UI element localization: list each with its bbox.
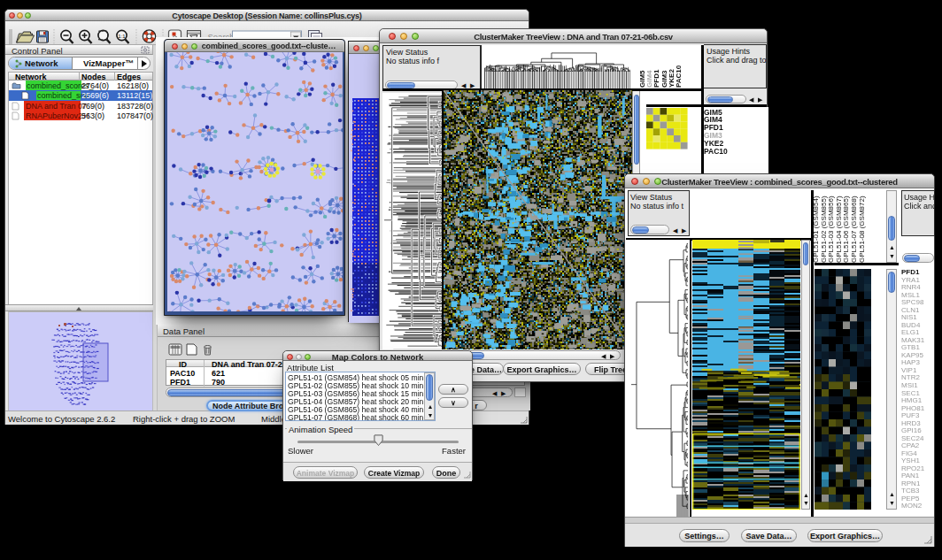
svg-text:1:1: 1:1 [118, 34, 126, 39]
